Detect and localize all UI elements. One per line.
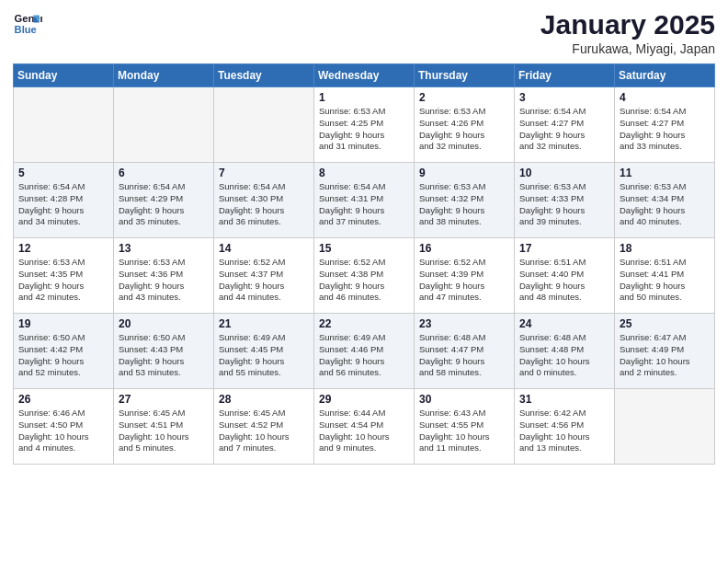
day-number: 20 (119, 317, 209, 330)
day-info: Sunrise: 6:53 AM Sunset: 4:35 PM Dayligh… (18, 257, 108, 304)
table-row: 22Sunrise: 6:49 AM Sunset: 4:46 PM Dayli… (314, 314, 415, 389)
day-number: 11 (620, 167, 710, 179)
table-row: 20Sunrise: 6:50 AM Sunset: 4:43 PM Dayli… (114, 314, 214, 389)
day-info: Sunrise: 6:51 AM Sunset: 4:41 PM Dayligh… (620, 257, 710, 304)
table-row: 5Sunrise: 6:54 AM Sunset: 4:28 PM Daylig… (14, 163, 114, 238)
table-row: 14Sunrise: 6:52 AM Sunset: 4:37 PM Dayli… (214, 238, 314, 314)
day-info: Sunrise: 6:46 AM Sunset: 4:50 PM Dayligh… (18, 408, 108, 454)
table-row: 15Sunrise: 6:52 AM Sunset: 4:38 PM Dayli… (314, 238, 415, 314)
svg-text:Blue: Blue (15, 24, 37, 35)
calendar-header-row: Sunday Monday Tuesday Wednesday Thursday… (14, 64, 715, 87)
day-number: 10 (519, 167, 609, 179)
day-info: Sunrise: 6:54 AM Sunset: 4:29 PM Dayligh… (119, 181, 209, 228)
table-row (114, 87, 214, 163)
table-row: 25Sunrise: 6:47 AM Sunset: 4:49 PM Dayli… (615, 314, 715, 389)
table-row: 6Sunrise: 6:54 AM Sunset: 4:29 PM Daylig… (114, 163, 214, 238)
day-info: Sunrise: 6:52 AM Sunset: 4:37 PM Dayligh… (219, 257, 309, 304)
day-info: Sunrise: 6:53 AM Sunset: 4:34 PM Dayligh… (620, 181, 710, 228)
table-row: 30Sunrise: 6:43 AM Sunset: 4:55 PM Dayli… (415, 389, 515, 465)
calendar-week-row: 1Sunrise: 6:53 AM Sunset: 4:25 PM Daylig… (14, 87, 715, 163)
day-info: Sunrise: 6:52 AM Sunset: 4:38 PM Dayligh… (319, 257, 409, 304)
day-info: Sunrise: 6:42 AM Sunset: 4:56 PM Dayligh… (519, 408, 609, 454)
calendar-week-row: 19Sunrise: 6:50 AM Sunset: 4:42 PM Dayli… (14, 314, 715, 389)
day-number: 19 (18, 317, 108, 330)
table-row: 21Sunrise: 6:49 AM Sunset: 4:45 PM Dayli… (214, 314, 314, 389)
day-number: 31 (519, 393, 609, 406)
day-number: 30 (419, 393, 509, 406)
day-info: Sunrise: 6:50 AM Sunset: 4:42 PM Dayligh… (18, 332, 108, 379)
day-number: 12 (18, 242, 108, 255)
day-number: 29 (319, 393, 409, 406)
day-number: 26 (18, 393, 108, 406)
day-number: 25 (620, 317, 710, 330)
table-row: 17Sunrise: 6:51 AM Sunset: 4:40 PM Dayli… (515, 238, 615, 314)
day-info: Sunrise: 6:54 AM Sunset: 4:31 PM Dayligh… (319, 181, 409, 228)
col-friday: Friday (515, 64, 615, 87)
day-info: Sunrise: 6:53 AM Sunset: 4:33 PM Dayligh… (519, 181, 609, 228)
title-block: January 2025 Furukawa, Miyagi, Japan (540, 9, 715, 56)
col-thursday: Thursday (415, 64, 515, 87)
day-number: 6 (119, 167, 209, 179)
day-info: Sunrise: 6:54 AM Sunset: 4:27 PM Dayligh… (519, 106, 609, 153)
day-number: 14 (219, 242, 309, 255)
table-row: 23Sunrise: 6:48 AM Sunset: 4:47 PM Dayli… (415, 314, 515, 389)
day-number: 21 (219, 317, 309, 330)
calendar-week-row: 26Sunrise: 6:46 AM Sunset: 4:50 PM Dayli… (14, 389, 715, 465)
day-number: 4 (620, 91, 710, 104)
table-row (214, 87, 314, 163)
day-info: Sunrise: 6:54 AM Sunset: 4:27 PM Dayligh… (620, 106, 710, 153)
table-row: 27Sunrise: 6:45 AM Sunset: 4:51 PM Dayli… (114, 389, 214, 465)
day-number: 17 (519, 242, 609, 255)
logo-icon: General Blue (13, 9, 42, 39)
day-number: 5 (18, 167, 108, 179)
day-number: 24 (519, 317, 609, 330)
table-row: 11Sunrise: 6:53 AM Sunset: 4:34 PM Dayli… (615, 163, 715, 238)
day-number: 16 (419, 242, 509, 255)
table-row: 1Sunrise: 6:53 AM Sunset: 4:25 PM Daylig… (314, 87, 415, 163)
day-number: 8 (319, 167, 409, 179)
day-info: Sunrise: 6:50 AM Sunset: 4:43 PM Dayligh… (119, 332, 209, 379)
table-row: 2Sunrise: 6:53 AM Sunset: 4:26 PM Daylig… (415, 87, 515, 163)
day-number: 15 (319, 242, 409, 255)
table-row (14, 87, 114, 163)
day-info: Sunrise: 6:51 AM Sunset: 4:40 PM Dayligh… (519, 257, 609, 304)
col-wednesday: Wednesday (314, 64, 415, 87)
day-number: 23 (419, 317, 509, 330)
day-number: 7 (219, 167, 309, 179)
day-info: Sunrise: 6:48 AM Sunset: 4:48 PM Dayligh… (519, 332, 609, 379)
logo: General Blue (13, 9, 42, 39)
table-row (615, 389, 715, 465)
day-info: Sunrise: 6:49 AM Sunset: 4:46 PM Dayligh… (319, 332, 409, 379)
calendar-table: Sunday Monday Tuesday Wednesday Thursday… (13, 63, 715, 465)
day-info: Sunrise: 6:49 AM Sunset: 4:45 PM Dayligh… (219, 332, 309, 379)
day-number: 3 (519, 91, 609, 104)
table-row: 10Sunrise: 6:53 AM Sunset: 4:33 PM Dayli… (515, 163, 615, 238)
table-row: 31Sunrise: 6:42 AM Sunset: 4:56 PM Dayli… (515, 389, 615, 465)
day-number: 18 (620, 242, 710, 255)
day-number: 22 (319, 317, 409, 330)
page: General Blue January 2025 Furukawa, Miya… (0, 0, 728, 563)
table-row: 3Sunrise: 6:54 AM Sunset: 4:27 PM Daylig… (515, 87, 615, 163)
day-number: 2 (419, 91, 509, 104)
table-row: 8Sunrise: 6:54 AM Sunset: 4:31 PM Daylig… (314, 163, 415, 238)
table-row: 9Sunrise: 6:53 AM Sunset: 4:32 PM Daylig… (415, 163, 515, 238)
table-row: 13Sunrise: 6:53 AM Sunset: 4:36 PM Dayli… (114, 238, 214, 314)
table-row: 16Sunrise: 6:52 AM Sunset: 4:39 PM Dayli… (415, 238, 515, 314)
day-info: Sunrise: 6:44 AM Sunset: 4:54 PM Dayligh… (319, 408, 409, 454)
calendar-week-row: 12Sunrise: 6:53 AM Sunset: 4:35 PM Dayli… (14, 238, 715, 314)
table-row: 24Sunrise: 6:48 AM Sunset: 4:48 PM Dayli… (515, 314, 615, 389)
month-title: January 2025 (540, 9, 715, 40)
day-info: Sunrise: 6:45 AM Sunset: 4:51 PM Dayligh… (119, 408, 209, 454)
day-info: Sunrise: 6:53 AM Sunset: 4:32 PM Dayligh… (419, 181, 509, 228)
header: General Blue January 2025 Furukawa, Miya… (13, 9, 715, 56)
day-info: Sunrise: 6:53 AM Sunset: 4:36 PM Dayligh… (119, 257, 209, 304)
day-info: Sunrise: 6:53 AM Sunset: 4:25 PM Dayligh… (319, 106, 409, 153)
table-row: 28Sunrise: 6:45 AM Sunset: 4:52 PM Dayli… (214, 389, 314, 465)
day-info: Sunrise: 6:52 AM Sunset: 4:39 PM Dayligh… (419, 257, 509, 304)
table-row: 19Sunrise: 6:50 AM Sunset: 4:42 PM Dayli… (14, 314, 114, 389)
calendar-week-row: 5Sunrise: 6:54 AM Sunset: 4:28 PM Daylig… (14, 163, 715, 238)
table-row: 29Sunrise: 6:44 AM Sunset: 4:54 PM Dayli… (314, 389, 415, 465)
col-tuesday: Tuesday (214, 64, 314, 87)
day-info: Sunrise: 6:47 AM Sunset: 4:49 PM Dayligh… (620, 332, 710, 379)
day-number: 9 (419, 167, 509, 179)
